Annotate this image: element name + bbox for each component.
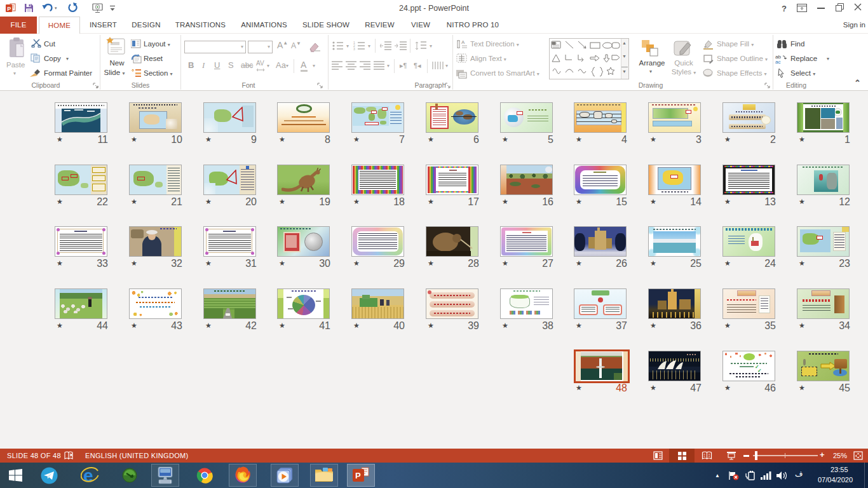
svg-text:ac: ac: [775, 59, 780, 64]
svg-text:P: P: [7, 6, 11, 12]
svg-text:A: A: [461, 39, 465, 45]
svg-text:P: P: [355, 471, 361, 480]
svg-text:3: 3: [353, 47, 355, 51]
